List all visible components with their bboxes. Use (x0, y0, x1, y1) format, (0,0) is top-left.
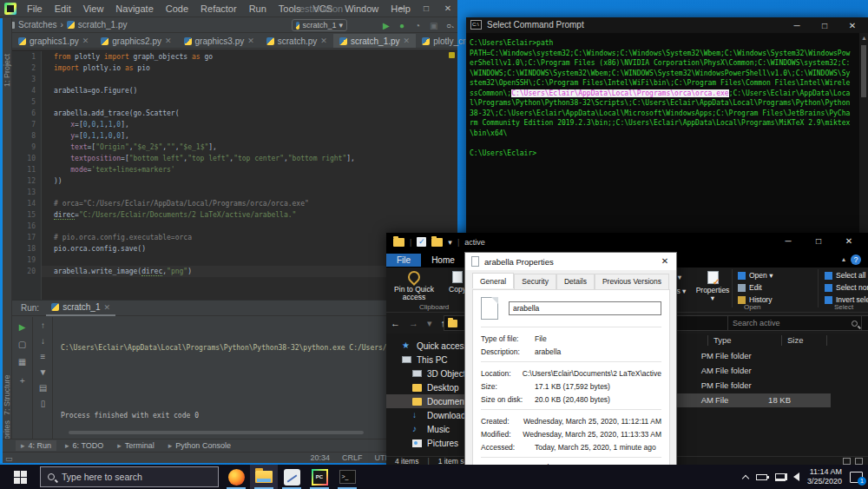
cmd-output[interactable]: C:\Users\Eclair>pathPATH=C:\Windows\syst… (470, 38, 850, 158)
scrollbar-thumb[interactable] (861, 45, 866, 97)
menu-item-edit[interactable]: Edit (49, 3, 77, 14)
ribbon-selectall-button[interactable]: Select all (825, 271, 868, 280)
search-icon[interactable]: ○˴ (446, 21, 454, 31)
menu-item-file[interactable]: File (21, 3, 49, 14)
start-button[interactable] (0, 465, 40, 489)
help-icon[interactable]: ? (851, 254, 861, 265)
recent-locations-icon[interactable]: ▾ (423, 318, 437, 329)
ribbon-collapse-icon[interactable]: ▴ (842, 255, 845, 263)
new-folder-icon[interactable] (431, 238, 443, 247)
menu-item-run[interactable]: Run (243, 3, 273, 14)
inspection-marker[interactable] (449, 52, 455, 58)
search-icon[interactable] (852, 320, 858, 327)
maximize-icon[interactable]: □ (807, 233, 830, 250)
status-item[interactable]: CRLF (342, 453, 363, 462)
ribbon-tab-home[interactable]: Home (421, 254, 465, 267)
tray-expand-icon[interactable] (742, 474, 749, 481)
properties-icon[interactable]: ✓ (417, 237, 426, 247)
print-icon[interactable]: ▤ (39, 383, 47, 393)
editor-tab[interactable]: scratch_1.py✕ (333, 34, 416, 48)
rerun-icon[interactable]: ▶ (19, 322, 26, 332)
debug-button[interactable]: ● (399, 21, 404, 31)
up-stack-trace-icon[interactable]: ↑ (41, 320, 45, 330)
editor-tab[interactable]: scratch.py✕ (260, 34, 333, 48)
chevron-down-icon[interactable]: ▾ (448, 238, 452, 247)
column-header-size[interactable]: Size (787, 335, 803, 345)
run-toolbar[interactable]: ▶ ▢ ▦ ＋ (12, 317, 33, 439)
volume-icon[interactable] (793, 472, 799, 481)
ribbon-tab-file[interactable]: File (386, 254, 421, 267)
menu-item-navigate[interactable]: Navigate (109, 3, 159, 14)
ribbon-edit-button[interactable]: Edit (738, 283, 773, 292)
column-header-type[interactable]: Type (713, 335, 732, 345)
pycharm-titlebar[interactable]: FileEditViewNavigateCodeRefactorRunTools… (0, 0, 457, 17)
sidebar-item-structure[interactable]: 7: Structure (3, 374, 11, 415)
down-stack-trace-icon[interactable]: ↓ (41, 336, 45, 346)
stop-icon[interactable]: ▢ (18, 340, 26, 349)
taskbar-explorer-button[interactable] (250, 465, 278, 489)
close-icon[interactable]: ✕ (165, 36, 172, 45)
dialog-tab-details[interactable]: Details (556, 274, 595, 289)
minimize-icon[interactable]: ─ (786, 17, 808, 35)
dialog-tab-security[interactable]: Security (514, 274, 556, 289)
toolwindow-tab-todo[interactable]: ▸6: TODO (60, 440, 108, 451)
breadcrumb-file[interactable]: scratch_1.py (78, 20, 128, 30)
clock[interactable]: 11:14 AM 3/25/2020 (807, 467, 842, 486)
menu-item-refactor[interactable]: Refactor (194, 3, 243, 14)
restore-layout-icon[interactable]: ▦ (18, 357, 26, 367)
cmd-titlebar[interactable]: C:\ Select Command Prompt ─ □ ✕ (466, 17, 868, 33)
editor-tab[interactable]: graphics3.py✕ (178, 34, 260, 48)
maximize-icon[interactable]: □ (813, 17, 836, 35)
taskbar-search-input[interactable]: Type here to search (40, 466, 219, 487)
close-icon[interactable]: ✕ (247, 36, 254, 45)
menu-item-code[interactable]: Code (160, 3, 194, 14)
soft-wrap-icon[interactable]: ≡ (41, 352, 46, 361)
run-tab[interactable]: scratch_1 ✕ (46, 301, 115, 316)
taskbar-firefox-button[interactable] (222, 465, 250, 489)
close-icon[interactable]: ✕ (841, 17, 864, 35)
close-icon[interactable]: ✕ (437, 0, 459, 17)
minimize-icon[interactable]: ─ (777, 233, 799, 250)
dialog-tab-previous-versions[interactable]: Previous Versions (595, 274, 669, 289)
sidebar-item-project[interactable]: 1: Project (3, 54, 11, 87)
stop-button[interactable]: ▣ (430, 21, 437, 31)
run-button[interactable]: ▶ (383, 21, 390, 31)
toolwindow-tab-run[interactable]: ▸4: Run (16, 440, 56, 451)
close-icon[interactable]: ✕ (82, 36, 89, 45)
menu-item-window[interactable]: Window (339, 3, 385, 14)
breadcrumb-root[interactable]: Scratches (18, 20, 56, 30)
status-item[interactable]: 20:34 (310, 453, 330, 462)
close-icon[interactable]: ✕ (404, 36, 411, 45)
scroll-up-icon[interactable]: ▲ (861, 35, 867, 41)
breadcrumb[interactable]: Scratches › scratch_1.py (7, 20, 128, 30)
explorer-titlebar[interactable]: | ✓ ▾ | active ─ □ ✕ (386, 233, 868, 252)
battery-icon[interactable] (756, 474, 767, 480)
ribbon-open-button[interactable]: Open ▾ (738, 271, 773, 280)
dialog-tab-general[interactable]: General (472, 273, 514, 288)
close-icon[interactable]: ✕ (320, 36, 327, 45)
minimize-icon[interactable]: ─ (391, 0, 413, 17)
taskbar-texworks-button[interactable] (278, 465, 306, 489)
ribbon-selectnone-button[interactable]: Select none (825, 283, 868, 292)
maximize-icon[interactable]: □ (415, 0, 437, 17)
menu-item-view[interactable]: View (77, 3, 110, 14)
pin-to-quick-access-button[interactable]: Pin to Quick access (393, 271, 435, 301)
notification-center-icon[interactable]: 1 (850, 472, 863, 483)
thumbnail-view-icon[interactable] (855, 458, 863, 465)
dialog-titlebar[interactable]: arabella Properties ✕ (465, 253, 676, 270)
editor-code[interactable]: from plotly import graph_objects as goim… (54, 51, 355, 277)
horizontal-scrollbar[interactable] (69, 431, 364, 434)
filename-input[interactable] (509, 301, 661, 315)
back-icon[interactable]: ← (386, 318, 404, 328)
taskbar-cmd-button[interactable]: >_ (333, 465, 361, 489)
editor-tab[interactable]: graphics1.py✕ (12, 34, 95, 48)
editor-tab[interactable]: graphics2.py✕ (95, 34, 177, 48)
taskbar-pycharm-button[interactable]: PC (306, 465, 333, 489)
close-icon[interactable]: ✕ (103, 303, 110, 312)
properties-button[interactable]: Properties ▾ (692, 271, 733, 302)
clear-icon[interactable]: ▯ (41, 399, 46, 408)
forward-icon[interactable]: → (404, 318, 423, 328)
toolwindow-tab-pythonconsole[interactable]: ▸Python Console (163, 440, 236, 451)
toolwindow-tab-terminal[interactable]: ▸Terminal (112, 440, 160, 451)
search-input[interactable]: Search active (727, 315, 862, 331)
